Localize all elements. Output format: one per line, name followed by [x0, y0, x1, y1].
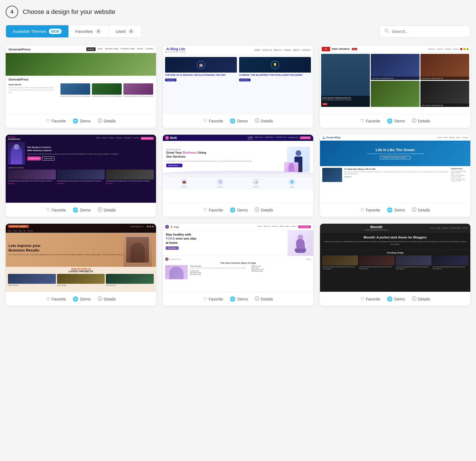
- details-button-biz[interactable]: ⓘ Details: [98, 207, 116, 213]
- search-icon: [384, 29, 389, 34]
- favorite-label: Favorite: [366, 297, 380, 301]
- card-footer-ai-blog: ♡ Favorite 🌐 Demo ⓘ Details: [163, 114, 313, 128]
- favorite-button-ai-blog[interactable]: ♡ Favorite: [203, 118, 223, 124]
- tab-favorites-count: 0: [95, 29, 102, 34]
- details-button-moonlit[interactable]: ⓘ Details: [412, 296, 430, 302]
- favorite-button-multi[interactable]: ♡ Favorite: [203, 207, 223, 213]
- theme-card-news: N EWS CRUNCH Live BusinessFashionLifesty…: [320, 46, 470, 128]
- theme-preview-yoga: 🧘 Yoga HomeAbout UsServicesBlogPagesCont…: [163, 224, 313, 292]
- info-icon: ⓘ: [255, 296, 259, 302]
- demo-button-multi[interactable]: 🌐 Demo: [230, 207, 248, 213]
- details-label: Details: [418, 208, 430, 212]
- theme-card-generatepress: GeneratePress Home Blog Sample Page Port…: [6, 46, 156, 128]
- card-footer-news: ♡ Favorite 🌐 Demo ⓘ Details: [320, 114, 470, 128]
- demo-label: Demo: [80, 297, 90, 301]
- heart-icon: ♡: [360, 118, 364, 124]
- search-input[interactable]: [392, 29, 466, 34]
- theme-preview-generatepress: GeneratePress Home Blog Sample Page Port…: [6, 46, 156, 114]
- heart-icon: ♡: [46, 118, 50, 124]
- favorite-button-news[interactable]: ♡ Favorite: [360, 118, 380, 124]
- card-footer-biz-conference: ♡ Favorite 🌐 Demo ⓘ Details: [6, 203, 156, 217]
- globe-icon: 🌐: [387, 207, 393, 213]
- favorite-button-biz[interactable]: ♡ Favorite: [46, 207, 66, 213]
- details-button-generatepress[interactable]: ⓘ Details: [98, 118, 116, 124]
- demo-label: Demo: [80, 208, 90, 212]
- favorite-label: Favorite: [209, 208, 223, 212]
- demo-label: Demo: [80, 119, 90, 123]
- tab-used-count: 0: [128, 29, 134, 34]
- details-button-startup[interactable]: ⓘ Details: [98, 296, 116, 302]
- globe-icon: 🌐: [387, 296, 393, 302]
- tab-used[interactable]: Used 0: [109, 25, 141, 37]
- toolbar: Available Themes 5839 Favorites 0 Used 0: [6, 25, 470, 38]
- theme-preview-moonlit: Moonlit A Dark Blog WordPress Theme Home…: [320, 224, 470, 292]
- details-button-multi[interactable]: ⓘ Details: [255, 207, 273, 213]
- globe-icon: 🌐: [230, 118, 235, 124]
- info-icon: ⓘ: [255, 207, 259, 213]
- theme-preview-ai-blog: Ai Blog Lite Best WordPress Theme HOME L…: [163, 46, 313, 114]
- favorite-button-startup[interactable]: ♡ Favorite: [46, 296, 66, 302]
- heart-icon: ♡: [46, 207, 50, 213]
- details-label: Details: [261, 208, 273, 212]
- favorite-button-ocean[interactable]: ♡ Favorite: [360, 207, 380, 213]
- details-button-ocean[interactable]: ⓘ Details: [412, 207, 430, 213]
- theme-card-startup: STARTUP AGENCY example@gmail.com HomeAbo…: [6, 224, 156, 306]
- details-label: Details: [104, 208, 116, 212]
- demo-label: Demo: [237, 208, 248, 212]
- heart-icon: ♡: [360, 296, 364, 302]
- globe-icon: 🌐: [230, 296, 235, 302]
- tab-favorites-label: Favorites: [75, 29, 93, 34]
- demo-label: Demo: [394, 297, 405, 301]
- page-header: 4 Choose a design for your website: [6, 6, 470, 18]
- details-label: Details: [104, 119, 116, 123]
- card-footer-ocean-blog: ♡ Favorite 🌐 Demo ⓘ Details: [320, 203, 470, 217]
- demo-button-news[interactable]: 🌐 Demo: [387, 118, 405, 124]
- card-footer-multi: ♡ Favorite 🌐 Demo ⓘ Details: [163, 203, 313, 217]
- globe-icon: 🌐: [73, 207, 78, 213]
- step-number: 4: [10, 9, 13, 15]
- theme-card-ocean-blog: 🌊 Ocean Blog HomeBlogWritingAboutContact…: [320, 135, 470, 217]
- details-button-news[interactable]: ⓘ Details: [412, 118, 430, 124]
- card-footer-startup: ♡ Favorite 🌐 Demo ⓘ Details: [6, 292, 156, 306]
- heart-icon: ♡: [203, 207, 207, 213]
- tab-favorites[interactable]: Favorites 0: [69, 25, 109, 37]
- globe-icon: 🌐: [230, 207, 235, 213]
- demo-button-startup[interactable]: 🌐 Demo: [73, 296, 90, 302]
- card-footer-moonlit: ♡ Favorite 🌐 Demo ⓘ Details: [320, 292, 470, 306]
- tab-available-themes[interactable]: Available Themes 5839: [6, 25, 69, 37]
- favorite-button-generatepress[interactable]: ♡ Favorite: [46, 118, 66, 124]
- info-icon: ⓘ: [255, 118, 259, 124]
- theme-preview-ocean-blog: 🌊 Ocean Blog HomeBlogWritingAboutContact…: [320, 135, 470, 203]
- globe-icon: 🌐: [387, 118, 393, 124]
- tab-group: Available Themes 5839 Favorites 0 Used 0: [6, 25, 142, 38]
- theme-preview-startup: STARTUP AGENCY example@gmail.com HomeAbo…: [6, 224, 156, 292]
- favorite-button-moonlit[interactable]: ♡ Favorite: [360, 296, 380, 302]
- demo-button-biz[interactable]: 🌐 Demo: [73, 207, 90, 213]
- demo-label: Demo: [394, 119, 405, 123]
- svg-line-1: [387, 31, 389, 33]
- demo-button-yoga[interactable]: 🌐 Demo: [230, 296, 248, 302]
- demo-button-moonlit[interactable]: 🌐 Demo: [387, 296, 405, 302]
- card-footer-yoga: ♡ Favorite 🌐 Demo ⓘ Details: [163, 292, 313, 306]
- tab-available-label: Available Themes: [13, 29, 47, 34]
- theme-card-yoga: 🧘 Yoga HomeAbout UsServicesBlogPagesCont…: [163, 224, 313, 306]
- details-button-ai-blog[interactable]: ⓘ Details: [255, 118, 273, 124]
- info-icon: ⓘ: [98, 207, 102, 213]
- demo-button-ai-blog[interactable]: 🌐 Demo: [230, 118, 248, 124]
- favorite-label: Favorite: [52, 208, 66, 212]
- details-label: Details: [261, 119, 273, 123]
- info-icon: ⓘ: [98, 118, 102, 124]
- favorite-button-yoga[interactable]: ♡ Favorite: [203, 296, 223, 302]
- favorite-label: Favorite: [209, 119, 223, 123]
- demo-label: Demo: [237, 119, 248, 123]
- demo-button-generatepress[interactable]: 🌐 Demo: [73, 118, 90, 124]
- globe-icon: 🌐: [73, 118, 78, 124]
- demo-button-ocean[interactable]: 🌐 Demo: [387, 207, 405, 213]
- theme-preview-biz-conference: Business Conference HomeAboutFeatureSyst…: [6, 135, 156, 203]
- theme-card-multi: × Multi HOME ABOUT US SERVICES CONTACT U…: [163, 135, 313, 217]
- tab-available-count: 5839: [49, 29, 62, 34]
- heart-icon: ♡: [203, 118, 207, 124]
- details-label: Details: [261, 297, 273, 301]
- heart-icon: ♡: [360, 207, 364, 213]
- details-button-yoga[interactable]: ⓘ Details: [255, 296, 273, 302]
